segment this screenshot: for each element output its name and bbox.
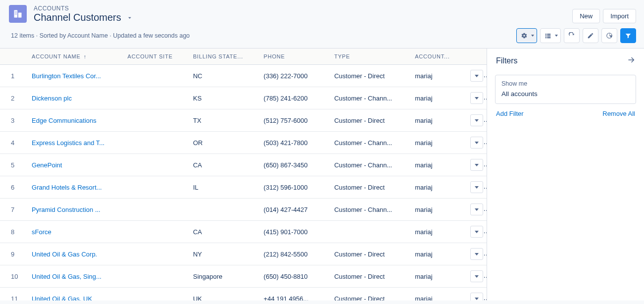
close-filters-icon[interactable]	[627, 55, 636, 66]
record-link[interactable]: GenePoint	[32, 161, 62, 169]
record-link[interactable]: sForce	[32, 228, 51, 236]
table-row: 10United Oil & Gas, Sing...Singapore(650…	[0, 265, 487, 288]
table-row: 2Dickenson plcKS(785) 241-6200Customer -…	[0, 87, 487, 109]
cell-billing-state: CA	[189, 154, 260, 176]
col-account-site[interactable]: ACCOUNT SITE	[124, 49, 189, 65]
record-link[interactable]: United Oil & Gas Corp.	[32, 251, 97, 258]
svg-rect-2	[15, 11, 15, 12]
row-index: 9	[0, 243, 28, 265]
cell-actions	[466, 87, 487, 109]
chart-button[interactable]	[601, 28, 617, 43]
cell-account-name: United Oil & Gas, UK	[28, 288, 124, 301]
cell-type: Customer - Direct	[330, 265, 411, 288]
row-index: 11	[0, 288, 28, 301]
records-table: ACCOUNT NAME↑ ACCOUNT SITE BILLING STATE…	[0, 49, 487, 301]
record-link[interactable]: Burlington Textiles Cor...	[32, 72, 101, 80]
col-type[interactable]: TYPE	[330, 49, 411, 65]
cell-account-site	[124, 288, 189, 301]
svg-rect-4	[15, 13, 15, 13]
row-actions-button[interactable]	[470, 203, 483, 215]
record-link[interactable]: United Oil & Gas, UK	[32, 295, 92, 301]
row-index: 5	[0, 154, 28, 176]
row-actions-button[interactable]	[470, 181, 483, 193]
chevron-down-icon	[475, 298, 479, 300]
table-row: 11United Oil & Gas, UKUK+44 191 4956...C…	[0, 288, 487, 301]
chevron-down-icon	[531, 35, 534, 37]
col-account-owner[interactable]: ACCOUNT...	[411, 49, 466, 65]
cell-phone: (650) 867-3450	[260, 154, 331, 176]
table-row: 5GenePointCA(650) 867-3450Customer - Cha…	[0, 154, 487, 176]
refresh-button[interactable]	[564, 28, 580, 43]
import-button[interactable]: Import	[603, 9, 636, 23]
cell-actions	[466, 176, 487, 199]
row-actions-button[interactable]	[470, 293, 483, 301]
col-phone[interactable]: PHONE	[260, 49, 331, 65]
row-index: 2	[0, 87, 28, 109]
col-billing-state[interactable]: BILLING STATE...	[189, 49, 260, 65]
cell-account-site	[124, 221, 189, 243]
row-actions-button[interactable]	[470, 114, 483, 126]
cell-actions	[466, 199, 487, 221]
list-meta: 12 items · Sorted by Account Name · Upda…	[11, 32, 516, 39]
cell-billing-state: UK	[189, 288, 260, 301]
row-actions-button[interactable]	[470, 159, 483, 171]
cell-phone: +44 191 4956...	[260, 288, 331, 301]
row-actions-button[interactable]	[470, 92, 483, 104]
cell-billing-state: IL	[189, 176, 260, 199]
row-actions-button[interactable]	[470, 226, 483, 238]
table-row: 1Burlington Textiles Cor...NC(336) 222-7…	[0, 65, 487, 87]
record-link[interactable]: Edge Communications	[32, 117, 97, 124]
row-actions-button[interactable]	[470, 270, 483, 282]
cell-account-site	[124, 265, 189, 288]
table-row: 7Pyramid Construction ...(014) 427-4427C…	[0, 199, 487, 221]
chevron-down-icon	[475, 253, 479, 255]
record-link[interactable]: United Oil & Gas, Sing...	[32, 273, 101, 280]
cell-account-site	[124, 176, 189, 199]
chevron-down-icon	[475, 275, 479, 278]
cell-account-site	[124, 132, 189, 154]
cell-account-name: Grand Hotels & Resort...	[28, 176, 124, 199]
row-index: 1	[0, 65, 28, 87]
filter-show-me-label: Show me	[501, 80, 630, 87]
display-as-button[interactable]	[540, 28, 561, 43]
chevron-down-icon	[475, 75, 479, 77]
col-rownum	[0, 49, 28, 65]
row-index: 7	[0, 199, 28, 221]
list-view-title[interactable]: Channel Customers	[34, 12, 572, 23]
cell-account-site	[124, 109, 189, 132]
table-row: 9United Oil & Gas Corp.NY(212) 842-5500C…	[0, 243, 487, 265]
col-account-name[interactable]: ACCOUNT NAME↑	[28, 49, 124, 65]
cell-actions	[466, 109, 487, 132]
list-view-controls-button[interactable]	[516, 28, 537, 43]
cell-account-name: United Oil & Gas Corp.	[28, 243, 124, 265]
filter-button[interactable]	[620, 28, 636, 43]
list-view-switcher-icon[interactable]	[126, 14, 133, 21]
row-actions-button[interactable]	[470, 248, 483, 260]
cell-phone: (415) 901-7000	[260, 221, 331, 243]
add-filter-link[interactable]: Add Filter	[496, 110, 524, 117]
new-button[interactable]: New	[572, 9, 600, 23]
row-actions-button[interactable]	[470, 137, 483, 149]
cell-phone: (503) 421-7800	[260, 132, 331, 154]
cell-phone: (014) 427-4427	[260, 199, 331, 221]
record-link[interactable]: Express Logistics and T...	[32, 139, 104, 147]
svg-rect-7	[16, 14, 17, 14]
filter-scope-card[interactable]: Show me All accounts	[495, 75, 636, 104]
svg-rect-5	[16, 13, 17, 13]
chevron-down-icon	[475, 97, 479, 100]
record-link[interactable]: Pyramid Construction ...	[32, 206, 100, 213]
cell-billing-state: CA	[189, 221, 260, 243]
cell-account-site	[124, 243, 189, 265]
cell-owner: mariaj	[411, 288, 466, 301]
row-actions-button[interactable]	[470, 70, 483, 82]
chevron-down-icon	[475, 186, 479, 189]
record-link[interactable]: Dickenson plc	[32, 95, 72, 102]
cell-phone: (336) 222-7000	[260, 65, 331, 87]
cell-type: Customer - Direct	[330, 176, 411, 199]
record-link[interactable]: Grand Hotels & Resort...	[32, 184, 102, 191]
filters-heading: Filters	[496, 56, 627, 65]
chevron-down-icon	[475, 164, 479, 166]
remove-all-link[interactable]: Remove All	[602, 110, 635, 117]
edit-button[interactable]	[583, 28, 598, 43]
cell-type: Customer - Direct	[330, 65, 411, 87]
